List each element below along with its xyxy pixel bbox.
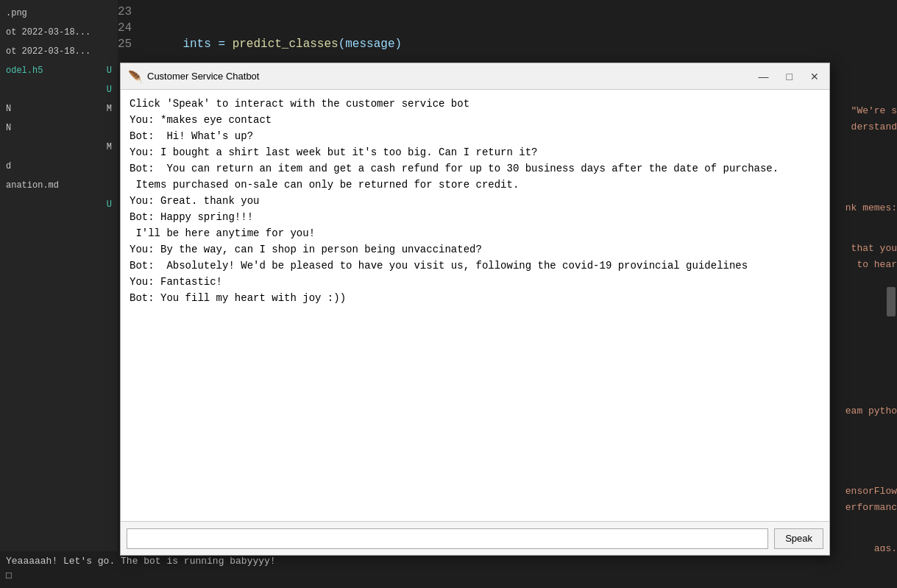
titlebar-controls[interactable]: — □ ✕ bbox=[756, 70, 822, 83]
chat-msg-12: Bot: You fill my heart with joy :)) bbox=[130, 290, 820, 306]
right-text-3: nk memes: bbox=[845, 202, 897, 213]
line-numbers: 23 24 25 bbox=[118, 0, 132, 52]
chat-msg-3: You: I bought a shirt last week but it's… bbox=[130, 144, 820, 160]
right-text-8: erformanc bbox=[845, 502, 897, 513]
titlebar-left: 🪶 Customer Service Chatbot bbox=[128, 70, 259, 83]
right-text-1: "We're s bbox=[851, 105, 897, 116]
file-sidebar: .png ot 2022-03-18... ot 2022-03-18... o… bbox=[0, 0, 118, 588]
right-text-5: to hear bbox=[857, 259, 897, 270]
sidebar-file-d: d bbox=[0, 157, 118, 176]
right-text-6: eam pytho bbox=[845, 405, 897, 417]
sidebar-file-n2: N bbox=[0, 118, 118, 138]
chatbot-input-area: Speak bbox=[121, 521, 829, 555]
chat-msg-11: You: Fantastic! bbox=[130, 274, 820, 290]
sidebar-file-model: odel.h5U bbox=[0, 61, 118, 80]
chat-msg-0: Click 'Speak' to interact with the custo… bbox=[130, 96, 820, 112]
right-text-4: that you bbox=[851, 243, 897, 254]
sidebar-file-n1: NM bbox=[0, 99, 118, 118]
chat-msg-10: Bot: Absolutely! We'd be pleased to have… bbox=[130, 258, 820, 274]
sidebar-file-empty2: M bbox=[0, 138, 118, 157]
terminal-line1: Yeaaaaah! Let's go. The bot is running b… bbox=[6, 554, 891, 569]
right-text-7: ensorFlow bbox=[845, 486, 897, 497]
sidebar-file-png: .png bbox=[0, 4, 118, 23]
chat-msg-6: You: Great. thank you bbox=[130, 193, 820, 209]
close-button[interactable]: ✕ bbox=[807, 70, 822, 83]
chat-msg-4: Bot: You can return an item and get a ca… bbox=[130, 160, 820, 177]
chat-msg-7: Bot: Happy spring!!! bbox=[130, 209, 820, 225]
chatbot-title: Customer Service Chatbot bbox=[147, 71, 259, 82]
chatbot-message-area: Click 'Speak' to interact with the custo… bbox=[121, 90, 829, 521]
sidebar-file-anation: anation.md bbox=[0, 176, 118, 195]
sidebar-file-1: ot 2022-03-18... bbox=[0, 23, 118, 42]
chat-msg-2: Bot: Hi! What's up? bbox=[130, 128, 820, 144]
sidebar-file-empty3: U bbox=[0, 195, 118, 214]
restore-button[interactable]: □ bbox=[784, 70, 795, 83]
chat-msg-9: You: By the way, can I shop in person be… bbox=[130, 241, 820, 258]
chatbot-window: 🪶 Customer Service Chatbot — □ ✕ Click '… bbox=[120, 63, 830, 556]
minimize-button[interactable]: — bbox=[756, 70, 772, 83]
right-text-2: derstand bbox=[851, 121, 897, 132]
sidebar-file-empty1: U bbox=[0, 80, 118, 99]
terminal-cursor: □ bbox=[6, 569, 891, 584]
sidebar-file-2: ot 2022-03-18... bbox=[0, 42, 118, 61]
speak-button[interactable]: Speak bbox=[774, 528, 823, 549]
chatbot-text-input[interactable] bbox=[127, 528, 768, 549]
chatbot-feather-icon: 🪶 bbox=[128, 70, 141, 83]
chat-msg-8: I'll be here anytime for you! bbox=[130, 225, 820, 241]
terminal-panel: Yeaaaaah! Let's go. The bot is running b… bbox=[0, 551, 897, 588]
right-text-scrollbar bbox=[887, 287, 896, 316]
chatbot-titlebar: 🪶 Customer Service Chatbot — □ ✕ bbox=[121, 63, 829, 90]
chat-msg-1: You: *makes eye contact bbox=[130, 112, 820, 128]
right-code-panel: "We're s derstand nk memes: that you to … bbox=[831, 0, 897, 588]
chat-msg-5: Items purchased on-sale can only be retu… bbox=[130, 177, 820, 193]
